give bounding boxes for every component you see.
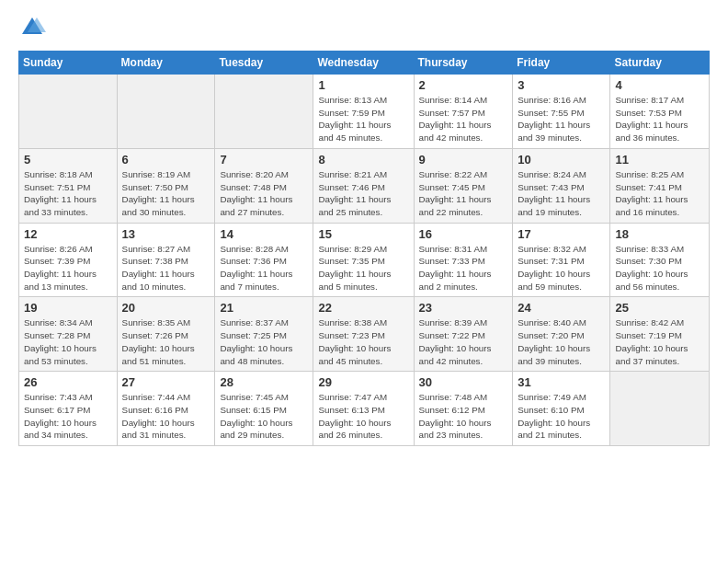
day-number: 31 bbox=[518, 375, 605, 389]
day-info: Sunrise: 7:43 AM Sunset: 6:17 PM Dayligh… bbox=[24, 391, 112, 442]
day-number: 13 bbox=[122, 227, 210, 241]
calendar-cell: 15Sunrise: 8:29 AM Sunset: 7:35 PM Dayli… bbox=[313, 223, 414, 297]
day-number: 20 bbox=[122, 301, 210, 315]
day-info: Sunrise: 8:29 AM Sunset: 7:35 PM Dayligh… bbox=[318, 243, 408, 293]
logo-icon bbox=[18, 14, 46, 41]
calendar-cell: 14Sunrise: 8:28 AM Sunset: 7:36 PM Dayli… bbox=[215, 223, 313, 297]
col-header-tuesday: Tuesday bbox=[215, 52, 313, 75]
day-info: Sunrise: 8:18 AM Sunset: 7:51 PM Dayligh… bbox=[24, 168, 112, 219]
calendar-cell: 21Sunrise: 8:37 AM Sunset: 7:25 PM Dayli… bbox=[215, 297, 313, 372]
day-number: 28 bbox=[220, 375, 308, 389]
day-number: 30 bbox=[419, 375, 508, 389]
calendar-cell: 30Sunrise: 7:48 AM Sunset: 6:12 PM Dayli… bbox=[414, 372, 513, 446]
day-info: Sunrise: 8:17 AM Sunset: 7:53 PM Dayligh… bbox=[615, 94, 704, 144]
calendar-cell: 5Sunrise: 8:18 AM Sunset: 7:51 PM Daylig… bbox=[19, 148, 118, 223]
day-info: Sunrise: 8:27 AM Sunset: 7:38 PM Dayligh… bbox=[122, 243, 210, 293]
week-row-0: 1Sunrise: 8:13 AM Sunset: 7:59 PM Daylig… bbox=[19, 75, 710, 149]
day-number: 12 bbox=[24, 227, 112, 241]
day-info: Sunrise: 8:14 AM Sunset: 7:57 PM Dayligh… bbox=[419, 94, 508, 144]
day-info: Sunrise: 7:47 AM Sunset: 6:13 PM Dayligh… bbox=[318, 391, 408, 442]
col-header-wednesday: Wednesday bbox=[313, 52, 414, 75]
day-info: Sunrise: 8:13 AM Sunset: 7:59 PM Dayligh… bbox=[318, 94, 408, 144]
col-header-monday: Monday bbox=[117, 52, 215, 75]
calendar-cell bbox=[215, 75, 313, 149]
day-number: 6 bbox=[122, 153, 210, 167]
day-number: 15 bbox=[318, 227, 408, 241]
day-info: Sunrise: 7:48 AM Sunset: 6:12 PM Dayligh… bbox=[419, 391, 508, 442]
day-info: Sunrise: 8:31 AM Sunset: 7:33 PM Dayligh… bbox=[419, 243, 508, 293]
calendar-cell: 12Sunrise: 8:26 AM Sunset: 7:39 PM Dayli… bbox=[19, 223, 118, 297]
calendar-cell: 3Sunrise: 8:16 AM Sunset: 7:55 PM Daylig… bbox=[513, 75, 610, 149]
day-number: 9 bbox=[419, 153, 508, 167]
day-number: 14 bbox=[220, 227, 308, 241]
day-info: Sunrise: 8:40 AM Sunset: 7:20 PM Dayligh… bbox=[518, 316, 605, 367]
day-number: 7 bbox=[220, 153, 308, 167]
week-row-1: 5Sunrise: 8:18 AM Sunset: 7:51 PM Daylig… bbox=[19, 148, 710, 223]
day-info: Sunrise: 8:34 AM Sunset: 7:28 PM Dayligh… bbox=[24, 316, 112, 367]
day-number: 23 bbox=[419, 301, 508, 315]
calendar-table: SundayMondayTuesdayWednesdayThursdayFrid… bbox=[18, 51, 710, 446]
calendar-cell: 27Sunrise: 7:44 AM Sunset: 6:16 PM Dayli… bbox=[117, 372, 215, 446]
col-header-thursday: Thursday bbox=[414, 52, 513, 75]
calendar-cell: 28Sunrise: 7:45 AM Sunset: 6:15 PM Dayli… bbox=[215, 372, 313, 446]
day-info: Sunrise: 8:32 AM Sunset: 7:31 PM Dayligh… bbox=[518, 243, 605, 293]
day-number: 22 bbox=[318, 301, 408, 315]
logo bbox=[18, 14, 50, 41]
day-number: 3 bbox=[518, 78, 605, 92]
day-number: 19 bbox=[24, 301, 112, 315]
calendar-cell: 8Sunrise: 8:21 AM Sunset: 7:46 PM Daylig… bbox=[313, 148, 414, 223]
calendar-cell: 2Sunrise: 8:14 AM Sunset: 7:57 PM Daylig… bbox=[414, 75, 513, 149]
day-info: Sunrise: 8:16 AM Sunset: 7:55 PM Dayligh… bbox=[518, 94, 605, 144]
calendar-cell: 24Sunrise: 8:40 AM Sunset: 7:20 PM Dayli… bbox=[513, 297, 610, 372]
calendar-cell: 1Sunrise: 8:13 AM Sunset: 7:59 PM Daylig… bbox=[313, 75, 414, 149]
day-number: 10 bbox=[518, 153, 605, 167]
calendar-cell: 16Sunrise: 8:31 AM Sunset: 7:33 PM Dayli… bbox=[414, 223, 513, 297]
day-info: Sunrise: 8:22 AM Sunset: 7:45 PM Dayligh… bbox=[419, 168, 508, 219]
day-info: Sunrise: 8:26 AM Sunset: 7:39 PM Dayligh… bbox=[24, 243, 112, 293]
day-number: 17 bbox=[518, 227, 605, 241]
calendar-cell: 7Sunrise: 8:20 AM Sunset: 7:48 PM Daylig… bbox=[215, 148, 313, 223]
day-number: 16 bbox=[419, 227, 508, 241]
day-info: Sunrise: 7:44 AM Sunset: 6:16 PM Dayligh… bbox=[122, 391, 210, 442]
day-number: 4 bbox=[615, 78, 704, 92]
week-row-4: 26Sunrise: 7:43 AM Sunset: 6:17 PM Dayli… bbox=[19, 372, 710, 446]
day-number: 8 bbox=[318, 153, 408, 167]
day-info: Sunrise: 7:49 AM Sunset: 6:10 PM Dayligh… bbox=[518, 391, 605, 442]
day-info: Sunrise: 8:28 AM Sunset: 7:36 PM Dayligh… bbox=[220, 243, 308, 293]
page: SundayMondayTuesdayWednesdayThursdayFrid… bbox=[0, 0, 728, 563]
col-header-saturday: Saturday bbox=[610, 52, 710, 75]
calendar-cell: 25Sunrise: 8:42 AM Sunset: 7:19 PM Dayli… bbox=[610, 297, 710, 372]
day-info: Sunrise: 8:20 AM Sunset: 7:48 PM Dayligh… bbox=[220, 168, 308, 219]
calendar-header-row: SundayMondayTuesdayWednesdayThursdayFrid… bbox=[19, 52, 710, 75]
calendar-cell bbox=[19, 75, 118, 149]
calendar-cell bbox=[117, 75, 215, 149]
day-info: Sunrise: 8:35 AM Sunset: 7:26 PM Dayligh… bbox=[122, 316, 210, 367]
day-number: 25 bbox=[615, 301, 704, 315]
day-number: 27 bbox=[122, 375, 210, 389]
col-header-friday: Friday bbox=[513, 52, 610, 75]
calendar-cell: 31Sunrise: 7:49 AM Sunset: 6:10 PM Dayli… bbox=[513, 372, 610, 446]
calendar-cell: 4Sunrise: 8:17 AM Sunset: 7:53 PM Daylig… bbox=[610, 75, 710, 149]
day-info: Sunrise: 8:39 AM Sunset: 7:22 PM Dayligh… bbox=[419, 316, 508, 367]
calendar-cell: 26Sunrise: 7:43 AM Sunset: 6:17 PM Dayli… bbox=[19, 372, 118, 446]
day-number: 21 bbox=[220, 301, 308, 315]
day-info: Sunrise: 8:19 AM Sunset: 7:50 PM Dayligh… bbox=[122, 168, 210, 219]
day-info: Sunrise: 7:45 AM Sunset: 6:15 PM Dayligh… bbox=[220, 391, 308, 442]
day-info: Sunrise: 8:38 AM Sunset: 7:23 PM Dayligh… bbox=[318, 316, 408, 367]
calendar-cell: 6Sunrise: 8:19 AM Sunset: 7:50 PM Daylig… bbox=[117, 148, 215, 223]
day-number: 2 bbox=[419, 78, 508, 92]
day-info: Sunrise: 8:21 AM Sunset: 7:46 PM Dayligh… bbox=[318, 168, 408, 219]
calendar-cell bbox=[610, 372, 710, 446]
calendar-cell: 18Sunrise: 8:33 AM Sunset: 7:30 PM Dayli… bbox=[610, 223, 710, 297]
calendar-cell: 29Sunrise: 7:47 AM Sunset: 6:13 PM Dayli… bbox=[313, 372, 414, 446]
day-info: Sunrise: 8:25 AM Sunset: 7:41 PM Dayligh… bbox=[615, 168, 704, 219]
header bbox=[18, 14, 710, 41]
day-info: Sunrise: 8:33 AM Sunset: 7:30 PM Dayligh… bbox=[615, 243, 704, 293]
week-row-3: 19Sunrise: 8:34 AM Sunset: 7:28 PM Dayli… bbox=[19, 297, 710, 372]
calendar-cell: 9Sunrise: 8:22 AM Sunset: 7:45 PM Daylig… bbox=[414, 148, 513, 223]
calendar-cell: 23Sunrise: 8:39 AM Sunset: 7:22 PM Dayli… bbox=[414, 297, 513, 372]
day-info: Sunrise: 8:42 AM Sunset: 7:19 PM Dayligh… bbox=[615, 316, 704, 367]
calendar-cell: 20Sunrise: 8:35 AM Sunset: 7:26 PM Dayli… bbox=[117, 297, 215, 372]
day-number: 26 bbox=[24, 375, 112, 389]
day-number: 29 bbox=[318, 375, 408, 389]
